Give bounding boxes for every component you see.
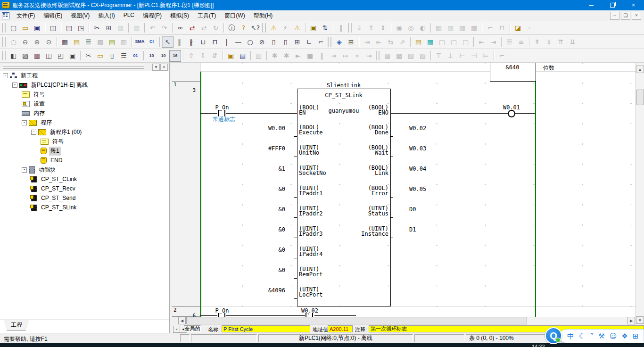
toolbar-grip[interactable] xyxy=(2,51,6,60)
toolbar-grip[interactable] xyxy=(376,51,380,60)
transfer-down-button[interactable]: ⇩ xyxy=(197,50,209,62)
tree-item-settings[interactable]: 设置 xyxy=(0,99,169,108)
ime-punctuation-icon[interactable]: ” xyxy=(590,333,594,340)
fb-instance-list-button[interactable]: ▤ xyxy=(413,36,424,48)
vertical-line-button[interactable]: | xyxy=(221,36,232,48)
io-graph-button[interactable]: ⊓ xyxy=(496,22,508,33)
about-button[interactable]: ⓘ xyxy=(226,22,238,33)
transfer-up-button[interactable]: ⇧ xyxy=(185,50,197,62)
replace-button[interactable]: ⇄ xyxy=(186,22,198,33)
fb-input-value[interactable]: &0 xyxy=(248,206,285,213)
ime-night-mode-icon[interactable]: ☾ xyxy=(579,333,585,340)
ime-toolbox-icon[interactable]: ⚒ xyxy=(598,333,604,340)
workspace-drag-handle[interactable] xyxy=(3,67,144,69)
step-over-button[interactable]: ↦ xyxy=(339,50,351,62)
watch-window-add-button[interactable]: ◪ xyxy=(512,22,524,33)
diff-clear-button[interactable]: ⇊ xyxy=(567,36,578,48)
horizontal-scrollbar[interactable]: ◀▶ xyxy=(178,317,636,324)
sim-run-button[interactable]: ► xyxy=(292,50,304,62)
binary-display-button[interactable]: 01 xyxy=(130,50,141,62)
save-button[interactable]: ▣ xyxy=(31,22,43,33)
tree-item-cp-st-slink[interactable]: CP_ST_SLink xyxy=(0,203,169,212)
cross-reference-button[interactable]: ◫ xyxy=(43,50,55,62)
indent-right-button[interactable]: ⇥ xyxy=(487,36,499,48)
fb-param-in-button[interactable]: ⇥ xyxy=(361,36,373,48)
rung-wrap-button[interactable]: ▩ xyxy=(94,36,106,48)
simulator-start-button[interactable]: ▣ xyxy=(225,50,237,62)
toolbar-grip[interactable] xyxy=(348,23,352,33)
child-close-button[interactable]: × xyxy=(632,12,641,20)
fb-output-value[interactable]: W0.05 xyxy=(409,186,426,192)
fb-generate-button[interactable]: ▢ xyxy=(460,36,471,48)
contact-label[interactable]: P_On xyxy=(215,104,229,111)
menu-item-2[interactable]: 视图(V) xyxy=(66,10,94,21)
scroll-right-button[interactable]: ▶ xyxy=(627,317,635,324)
contact-nc-button[interactable]: ∦ xyxy=(185,36,197,48)
contact-w0-02-rung2[interactable] xyxy=(312,313,313,317)
workspace-dropdown-button[interactable]: ▾ xyxy=(152,64,160,71)
tree-expander[interactable]: - xyxy=(22,167,27,173)
line-connect-button[interactable]: ∟ xyxy=(303,36,315,48)
simulator-online-button[interactable]: ◐ xyxy=(417,22,429,33)
child-minimize-button[interactable]: – xyxy=(610,12,619,20)
properties-button[interactable]: ▣ xyxy=(66,50,78,62)
ladder-canvas[interactable]: &640位数P_On常通标志SlientLinkCP_ST_SLink(BOOL… xyxy=(200,63,636,317)
zoom-custom-button[interactable]: ⊙ xyxy=(43,36,55,48)
scroll-down-button[interactable]: ▼ xyxy=(636,316,644,324)
print-button[interactable]: ▤ xyxy=(63,22,75,33)
help-button[interactable]: ? xyxy=(238,22,249,33)
toolbar-grip[interactable] xyxy=(2,37,6,47)
simulator-window-button[interactable]: ▤ xyxy=(237,50,248,62)
tree-expander[interactable]: - xyxy=(31,130,36,135)
step-run-button[interactable]: ⇥ xyxy=(328,50,339,62)
toolbar-grip[interactable] xyxy=(262,23,266,33)
monitor-resume-button[interactable]: ✱ xyxy=(281,50,292,62)
vertical-scrollbar[interactable]: ▲▼ xyxy=(636,63,644,324)
download-to-plc-button[interactable]: ⇓ xyxy=(354,22,365,33)
force-off-button[interactable]: ▩ xyxy=(393,50,405,62)
workspace-close-button[interactable]: × xyxy=(160,64,168,71)
format-signed-decimal-button[interactable]: 10 xyxy=(157,50,169,62)
fb-protect-button[interactable]: ▢ xyxy=(436,36,448,48)
tree-item-cp-st-clink[interactable]: CP_ST_CLink xyxy=(0,174,169,184)
format-hex-button[interactable]: 16 xyxy=(169,50,181,62)
auto-online-button[interactable]: ◎ xyxy=(405,22,417,33)
menu-item-0[interactable]: 文件(F) xyxy=(12,10,39,21)
fb-output-value[interactable]: W0.04 xyxy=(409,165,426,172)
rung-move-down-button[interactable]: ≡ xyxy=(515,36,527,48)
symbol-editor-button[interactable]: ✂ xyxy=(83,50,94,62)
tree-expander[interactable]: - xyxy=(22,120,27,125)
new-button[interactable]: ▢ xyxy=(8,22,19,33)
output-window-button[interactable]: ▨ xyxy=(19,50,31,62)
toolbar-grip[interactable] xyxy=(2,23,6,33)
workspace-drag-handle[interactable] xyxy=(3,65,144,66)
contact-w0-02-rung2[interactable] xyxy=(305,313,306,317)
fb-input-value[interactable]: &0 xyxy=(248,186,285,192)
fb-input-value[interactable]: W0.00 xyxy=(248,125,285,132)
zoom-out-button[interactable]: ⊖ xyxy=(19,36,31,48)
monitor-hold-button[interactable]: ✱ xyxy=(269,50,281,62)
ime-skin-icon[interactable]: ❖ xyxy=(621,333,627,340)
fb-input-value[interactable]: &0 xyxy=(248,226,285,233)
line-delete-button[interactable]: ⌐ xyxy=(315,36,327,48)
retrace-find-button[interactable]: ↻ xyxy=(210,22,222,33)
stamp-ci-button[interactable]: CI xyxy=(146,36,157,48)
paste-button[interactable]: ▥ xyxy=(115,22,126,33)
compile-button[interactable]: ⚠ xyxy=(268,22,280,33)
vscroll-thumb[interactable] xyxy=(636,90,644,105)
save-check-button[interactable]: ▣ xyxy=(307,22,319,33)
restore-button[interactable] xyxy=(602,0,623,10)
tree-item-function-blocks[interactable]: -功能块 xyxy=(0,165,169,174)
fb-output-value[interactable]: W0.02 xyxy=(409,125,426,132)
child-restore-button[interactable]: ❏ xyxy=(621,12,630,20)
horizontal-line-button[interactable]: — xyxy=(232,36,244,48)
diff-set-button[interactable]: ⇈ xyxy=(555,36,567,48)
fb-param-ext-button[interactable]: ⇗ xyxy=(396,36,408,48)
tree-item-symbols[interactable]: 符号 xyxy=(0,90,169,99)
online-edit-compile-button[interactable]: ⚡ xyxy=(280,22,291,33)
ime-logo-icon[interactable]: Q xyxy=(545,327,562,344)
paste-special-button[interactable]: ▥ xyxy=(131,22,142,33)
coil-nc-button[interactable]: ⊘ xyxy=(256,36,268,48)
fb-invoke-button[interactable]: ⊞ xyxy=(291,36,303,48)
stamp-sma-button[interactable]: SMA xyxy=(134,36,146,48)
